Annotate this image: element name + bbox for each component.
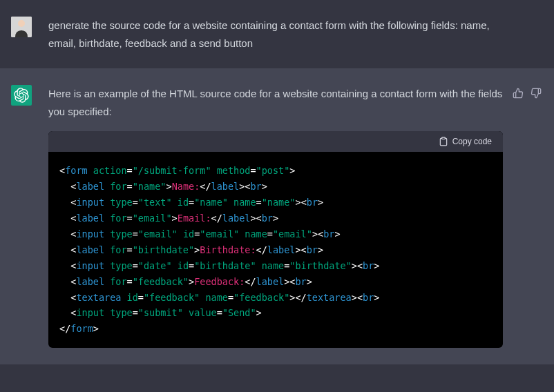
clipboard-icon <box>439 137 448 146</box>
code-content[interactable]: <form action="/submit-form" method="post… <box>48 152 503 348</box>
user-message-content: generate the source code for a website c… <box>48 17 543 52</box>
thumbs-down-button[interactable] <box>529 86 543 100</box>
thumbs-up-icon <box>513 88 524 99</box>
user-avatar-icon <box>11 17 32 37</box>
copy-code-label: Copy code <box>452 137 492 146</box>
user-avatar <box>11 17 32 37</box>
thumbs-down-icon <box>531 88 542 99</box>
svg-rect-2 <box>441 137 445 139</box>
thumbs-up-button[interactable] <box>511 86 525 100</box>
assistant-text: Here is an example of the HTML source co… <box>48 85 503 120</box>
code-header: Copy code <box>48 131 503 152</box>
user-message: generate the source code for a website c… <box>0 0 554 68</box>
feedback-buttons <box>511 85 543 348</box>
copy-code-button[interactable]: Copy code <box>439 137 492 146</box>
openai-logo-icon <box>14 88 29 103</box>
assistant-message: Here is an example of the HTML source co… <box>0 68 554 364</box>
assistant-avatar <box>11 85 32 106</box>
code-block: Copy code <form action="/submit-form" me… <box>48 131 503 348</box>
svg-point-1 <box>18 20 25 27</box>
